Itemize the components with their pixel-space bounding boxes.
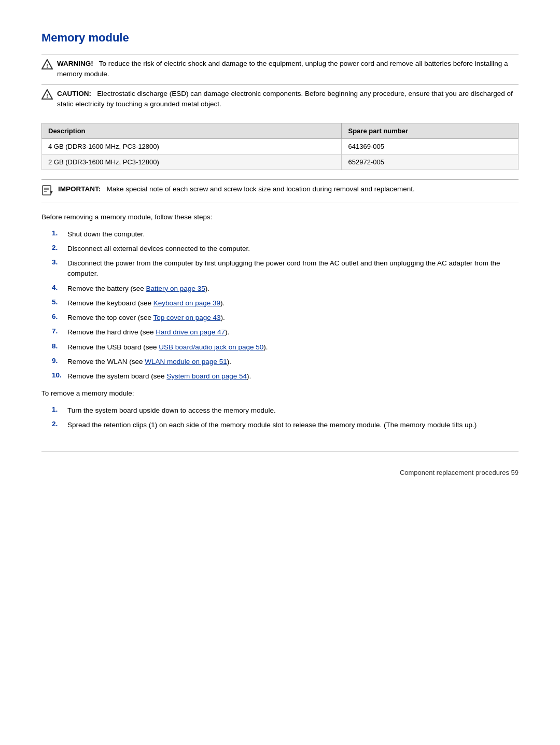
step-text: Remove the top cover (see Top cover on p…	[67, 313, 519, 323]
remove-intro: To remove a memory module:	[41, 388, 519, 399]
svg-marker-8	[50, 191, 53, 194]
table-cell-part-number: 652972-005	[342, 154, 519, 170]
step-text: Disconnect all external devices connecte…	[67, 244, 519, 254]
list-item: 2.Disconnect all external devices connec…	[41, 244, 519, 254]
table-row: 4 GB (DDR3-1600 MHz, PC3-12800)641369-00…	[42, 139, 519, 154]
remove-steps-list: 1.Turn the system board upside down to a…	[41, 405, 519, 431]
caution-icon: !	[41, 89, 53, 101]
warning-notice: ! WARNING! To reduce the risk of electri…	[41, 54, 519, 84]
caution-notice: ! CAUTION: Electrostatic discharge (ESD)…	[41, 84, 519, 114]
pre-steps-list: 1.Shut down the computer.2.Disconnect al…	[41, 229, 519, 382]
caution-text: CAUTION: Electrostatic discharge (ESD) c…	[57, 89, 519, 110]
svg-text:!: !	[46, 63, 48, 69]
step-text: Shut down the computer.	[67, 229, 519, 240]
intro-text: Before removing a memory module, follow …	[41, 212, 519, 223]
step-number: 2.	[52, 244, 67, 251]
step-number: 5.	[52, 298, 67, 306]
step-link[interactable]: Battery on page 35	[146, 285, 205, 292]
list-item: 10.Remove the system board (see System b…	[41, 371, 519, 382]
step-link[interactable]: System board on page 54	[166, 372, 247, 380]
table-row: 2 GB (DDR3-1600 MHz, PC3-12800)652972-00…	[42, 154, 519, 170]
step-link[interactable]: WLAN module on page 51	[145, 358, 227, 366]
step-text: Remove the WLAN (see WLAN module on page…	[67, 357, 519, 367]
step-number: 1.	[52, 405, 67, 413]
step-text: Disconnect the power from the computer b…	[67, 258, 519, 279]
step-text: Remove the hard drive (see Hard drive on…	[67, 327, 519, 338]
table-header-part-number: Spare part number	[342, 123, 519, 139]
important-icon	[41, 185, 54, 199]
step-number: 3.	[52, 258, 67, 266]
table-cell-description: 2 GB (DDR3-1600 MHz, PC3-12800)	[42, 154, 342, 170]
step-number: 8.	[52, 342, 67, 350]
table-cell-description: 4 GB (DDR3-1600 MHz, PC3-12800)	[42, 139, 342, 154]
step-number: 9.	[52, 357, 67, 364]
step-number: 4.	[52, 284, 67, 291]
step-text: Remove the battery (see Battery on page …	[67, 284, 519, 294]
warning-icon: !	[41, 59, 53, 71]
list-item: 2.Spread the retention clips (1) on each…	[41, 420, 519, 430]
list-item: 7.Remove the hard drive (see Hard drive …	[41, 327, 519, 338]
step-number: 7.	[52, 327, 67, 335]
step-link[interactable]: USB board/audio jack on page 50	[159, 343, 263, 351]
step-number: 1.	[52, 229, 67, 237]
step-text: Spread the retention clips (1) on each s…	[67, 420, 519, 430]
svg-rect-4	[43, 186, 51, 195]
step-number: 2.	[52, 420, 67, 428]
step-link[interactable]: Keyboard on page 39	[153, 299, 220, 307]
list-item: 8.Remove the USB board (see USB board/au…	[41, 342, 519, 353]
svg-text:!: !	[46, 92, 48, 99]
warning-text: WARNING! To reduce the risk of electric …	[57, 59, 519, 80]
step-link[interactable]: Hard drive on page 47	[156, 328, 225, 336]
table-header-description: Description	[42, 123, 342, 139]
important-notice: IMPORTANT: Make special note of each scr…	[41, 179, 519, 203]
step-number: 6.	[52, 313, 67, 320]
step-text: Turn the system board upside down to acc…	[67, 405, 519, 416]
list-item: 3.Disconnect the power from the computer…	[41, 258, 519, 279]
step-text: Remove the USB board (see USB board/audi…	[67, 342, 519, 353]
list-item: 9.Remove the WLAN (see WLAN module on pa…	[41, 357, 519, 367]
list-item: 6.Remove the top cover (see Top cover on…	[41, 313, 519, 323]
list-item: 1.Turn the system board upside down to a…	[41, 405, 519, 416]
page-title: Memory module	[41, 31, 519, 45]
parts-table: Description Spare part number 4 GB (DDR3…	[41, 123, 519, 170]
step-number: 10.	[52, 371, 67, 379]
step-text: Remove the keyboard (see Keyboard on pag…	[67, 298, 519, 308]
list-item: 1.Shut down the computer.	[41, 229, 519, 240]
step-link[interactable]: Top cover on page 43	[153, 314, 221, 321]
important-text: IMPORTANT: Make special note of each scr…	[58, 184, 415, 194]
step-text: Remove the system board (see System boar…	[67, 371, 519, 382]
page-footer: Component replacement procedures 59	[400, 469, 519, 476]
list-item: 5.Remove the keyboard (see Keyboard on p…	[41, 298, 519, 308]
list-item: 4.Remove the battery (see Battery on pag…	[41, 284, 519, 294]
table-cell-part-number: 641369-005	[342, 139, 519, 154]
